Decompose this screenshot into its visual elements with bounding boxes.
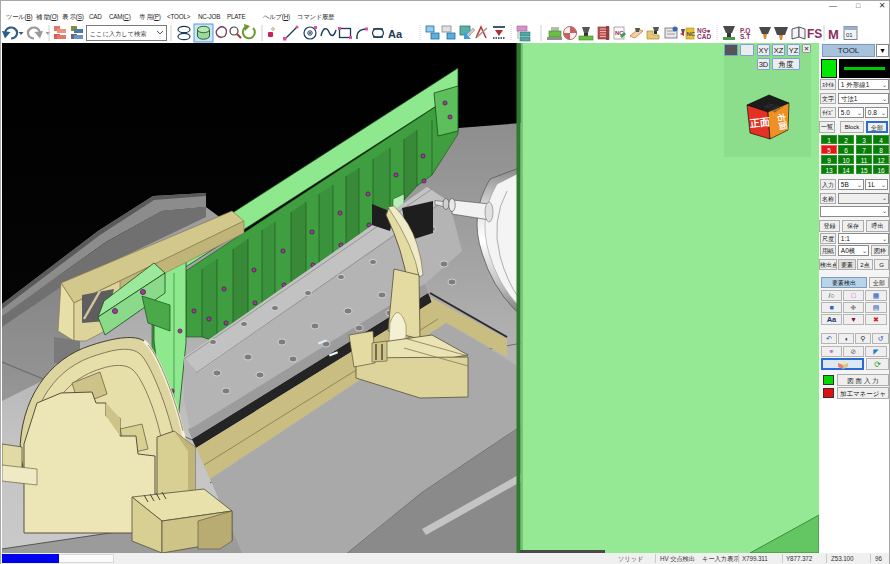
svg-text:正面: 正面	[750, 116, 771, 129]
svg-text:FS: FS	[807, 27, 822, 41]
svg-text:M: M	[828, 27, 839, 42]
svg-text:CAD: CAD	[697, 33, 711, 40]
svg-text:01: 01	[846, 32, 853, 38]
svg-text:S.T: S.T	[740, 33, 750, 40]
svg-text:ここに入力して検索: ここに入力して検索	[90, 30, 146, 37]
svg-text:Aa: Aa	[388, 28, 403, 40]
svg-text:NC: NC	[687, 31, 696, 37]
